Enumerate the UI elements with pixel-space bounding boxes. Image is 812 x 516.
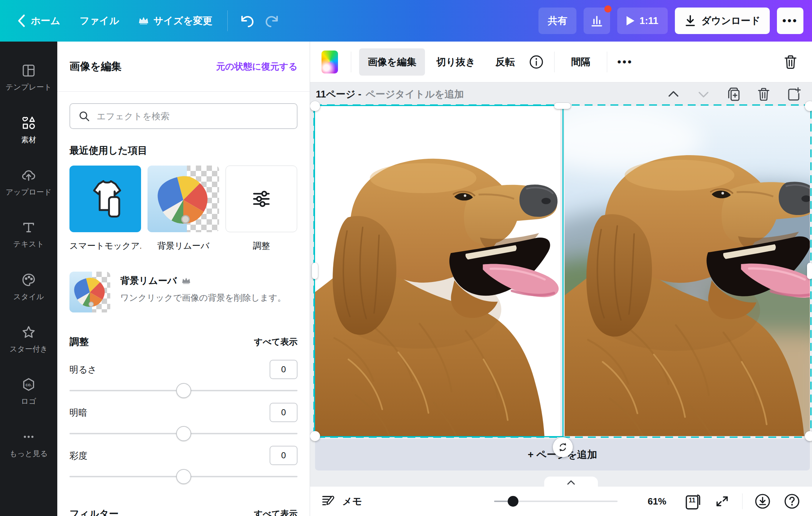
beach-ball-image [73, 275, 106, 308]
download-icon [684, 14, 696, 27]
effects-search-box[interactable] [69, 103, 298, 129]
photo-dog-original-bg[interactable] [565, 106, 810, 436]
edit-image-tab[interactable]: 画像を編集 [359, 48, 425, 76]
help-button[interactable] [783, 492, 801, 511]
sidebar-item-uploads[interactable]: アップロード [1, 156, 56, 209]
edit-image-panel: 画像を編集 元の状態に復元する 最近使用した項目 [57, 42, 310, 516]
brightness-slider-track[interactable] [69, 390, 298, 391]
recent-item-bg-remover[interactable] [148, 166, 219, 232]
page-grid-view-button[interactable]: 11 [683, 492, 702, 511]
panel-header: 画像を編集 元の状態に復元する [57, 42, 310, 92]
crop-button[interactable]: 切り抜き [428, 48, 484, 76]
rotate-handle[interactable] [553, 437, 573, 457]
home-label: ホーム [31, 14, 60, 27]
page-number-label: 11ページ - [316, 88, 361, 101]
notes-label: メモ [342, 495, 362, 508]
saturation-label: 彩度 [69, 450, 87, 462]
brightness-value-input[interactable] [270, 360, 298, 379]
move-page-down-button[interactable] [695, 86, 712, 102]
back-home-button[interactable]: ホーム [9, 8, 68, 34]
restore-original-link[interactable]: 元の状態に復元する [216, 61, 298, 72]
filters-show-all-link[interactable]: すべて表示 [254, 508, 298, 516]
flip-button[interactable]: 反転 [487, 48, 523, 76]
panel-title: 画像を編集 [69, 59, 122, 74]
selection-handle-top-right[interactable] [805, 101, 812, 111]
redo-button[interactable] [261, 9, 284, 32]
insights-button[interactable] [584, 8, 610, 34]
adjust-section: 調整 すべて表示 明るさ 明暗 彩度 [69, 335, 298, 477]
bg-remover-description: ワンクリックで画像の背景を削除します。 [120, 292, 286, 304]
add-page-icon-button[interactable] [786, 86, 802, 102]
search-input[interactable] [97, 111, 289, 121]
more-dots-icon [21, 429, 36, 444]
filters-title: フィルター [69, 507, 119, 516]
fullscreen-button[interactable] [713, 492, 731, 511]
dog-photo-original [565, 106, 810, 436]
info-button[interactable] [526, 52, 546, 72]
bg-remover-row[interactable]: 背景リムーバ ワンクリックで画像の背景を削除します。 [69, 272, 298, 312]
saturation-value-input[interactable] [270, 446, 298, 465]
beach-ball-image [156, 172, 210, 226]
selection-handle-top-left[interactable] [310, 101, 320, 111]
contrast-value-input[interactable] [270, 403, 298, 422]
spacing-button[interactable]: 間隔 [562, 48, 599, 76]
page-title-placeholder: ページタイトルを追加 [366, 88, 464, 101]
recently-used-section: 最近使用した項目 [69, 144, 298, 252]
sidebar-item-text[interactable]: テキスト [1, 209, 56, 261]
brightness-slider-knob[interactable] [176, 383, 191, 398]
zoom-level[interactable]: 61% [641, 496, 673, 507]
sidebar-item-logos[interactable]: co. ロゴ [1, 366, 56, 418]
adjust-show-all-link[interactable]: すべて表示 [254, 336, 298, 348]
selection-handle-top-edge[interactable] [554, 103, 571, 109]
contrast-slider-knob[interactable] [176, 426, 191, 441]
sidebar-item-starred[interactable]: スター付き [1, 313, 56, 366]
contrast-slider-track[interactable] [69, 433, 298, 434]
contrast-label: 明暗 [69, 407, 87, 419]
brightness-label: 明るさ [69, 364, 97, 376]
present-button[interactable]: 1:11 [617, 8, 668, 34]
selection-handle-bottom-left[interactable] [310, 431, 320, 441]
zoom-slider-knob[interactable] [508, 496, 518, 507]
selection-handle-right-edge[interactable] [807, 263, 812, 279]
more-options-button[interactable]: ••• [777, 8, 803, 34]
download-button[interactable]: ダウンロード [675, 8, 770, 34]
resize-button[interactable]: サイズを変更 [131, 9, 221, 33]
quick-download-button[interactable] [753, 492, 772, 511]
sidebar-item-elements[interactable]: 素材 [1, 104, 56, 156]
file-menu-button[interactable]: ファイル [72, 9, 127, 33]
object-panel-rail: テンプレート 素材 アップロード テキスト スタイル スター付き [0, 42, 57, 516]
selection-handle-bottom-right[interactable] [805, 431, 812, 441]
photo-dog-white-bg[interactable] [315, 106, 560, 436]
zoom-slider[interactable] [494, 495, 618, 507]
delete-element-button[interactable] [780, 52, 801, 72]
statusbar-divider [742, 493, 743, 509]
bg-remover-thumb [69, 272, 110, 312]
redo-icon [265, 14, 281, 28]
move-page-up-button[interactable] [665, 86, 682, 102]
selection-handle-left-edge[interactable] [312, 263, 318, 279]
undo-button[interactable] [235, 9, 258, 32]
sidebar-item-styles[interactable]: スタイル [1, 261, 56, 313]
recent-label-adjust: 調整 [226, 240, 297, 252]
color-picker-swatch[interactable] [322, 51, 338, 73]
page-title[interactable]: 11ページ - ページタイトルを追加 [316, 88, 464, 101]
play-icon [627, 16, 634, 25]
search-icon [78, 110, 90, 122]
recent-item-smartmockups[interactable] [69, 166, 141, 232]
recent-item-adjust[interactable] [226, 166, 297, 232]
sidebar-item-templates[interactable]: テンプレート [1, 52, 56, 104]
file-label: ファイル [79, 14, 119, 27]
recent-label-bg-remover: 背景リムーバ [148, 240, 219, 252]
share-button[interactable]: 共有 [538, 8, 576, 34]
toolbar-more-button[interactable]: ••• [615, 52, 635, 72]
duplicate-page-button[interactable] [725, 86, 742, 102]
sidebar-item-more[interactable]: もっと見る [1, 418, 56, 470]
saturation-slider-track[interactable] [69, 476, 298, 477]
saturation-slider-knob[interactable] [176, 469, 191, 484]
notification-dot [604, 5, 612, 13]
delete-page-button[interactable] [755, 86, 772, 102]
svg-text:co.: co. [25, 382, 32, 387]
notes-button[interactable]: メモ [321, 494, 362, 509]
collapse-statusbar-notch[interactable] [544, 477, 598, 487]
resize-label: サイズを変更 [154, 14, 213, 27]
